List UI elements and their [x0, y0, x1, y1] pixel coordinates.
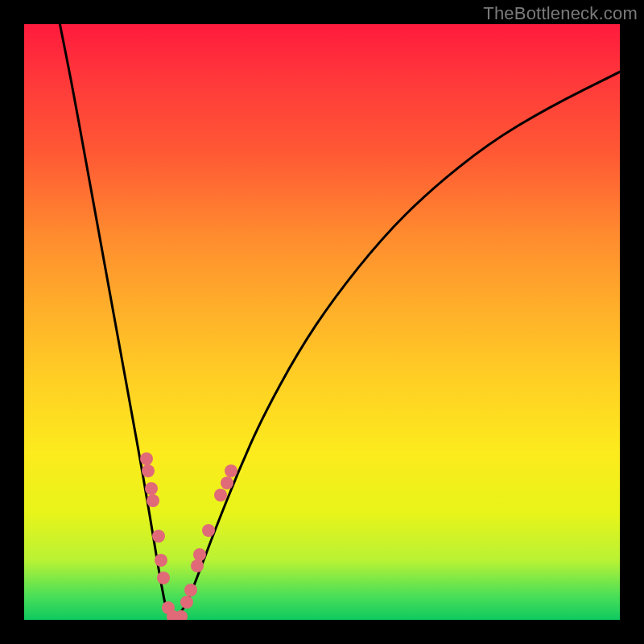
plot-area [24, 24, 620, 620]
data-marker [157, 572, 170, 584]
data-marker [175, 610, 188, 620]
data-marker [221, 477, 233, 489]
data-marker [147, 494, 159, 507]
data-marker [214, 489, 227, 502]
data-marker [180, 596, 193, 609]
markers-layer [24, 24, 620, 620]
data-marker [184, 584, 197, 597]
chart-stage: TheBottleneck.com [0, 0, 644, 644]
data-marker [193, 548, 206, 561]
data-marker [145, 482, 158, 495]
data-marker [225, 464, 237, 477]
data-marker [191, 559, 204, 572]
data-marker [140, 452, 153, 465]
watermark-text: TheBottleneck.com [483, 3, 638, 24]
data-marker [202, 524, 215, 537]
data-marker [142, 464, 155, 477]
data-marker [152, 530, 165, 543]
data-marker [155, 554, 167, 567]
